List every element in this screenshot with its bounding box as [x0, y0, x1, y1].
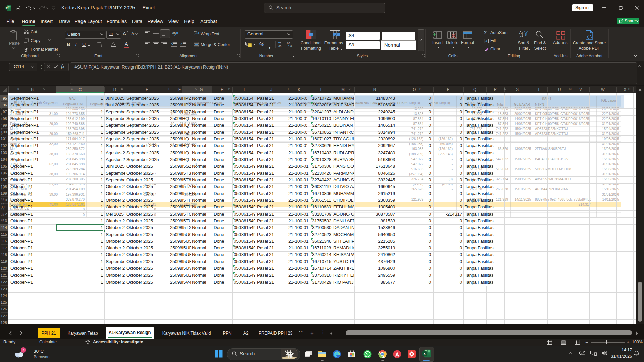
svg-text:A: A — [519, 31, 522, 34]
svg-text:x: x — [6, 6, 8, 10]
svg-text:Z: Z — [519, 35, 521, 39]
svg-text:ab: ab — [172, 31, 176, 35]
svg-text:x: x — [423, 351, 426, 356]
svg-text:0: 0 — [280, 42, 281, 45]
svg-text:$: $ — [246, 43, 247, 45]
svg-text:.00: .00 — [286, 42, 290, 45]
svg-text:.00: .00 — [278, 45, 282, 47]
svg-text:0: 0 — [290, 45, 292, 47]
svg-text:c: c — [194, 33, 195, 35]
